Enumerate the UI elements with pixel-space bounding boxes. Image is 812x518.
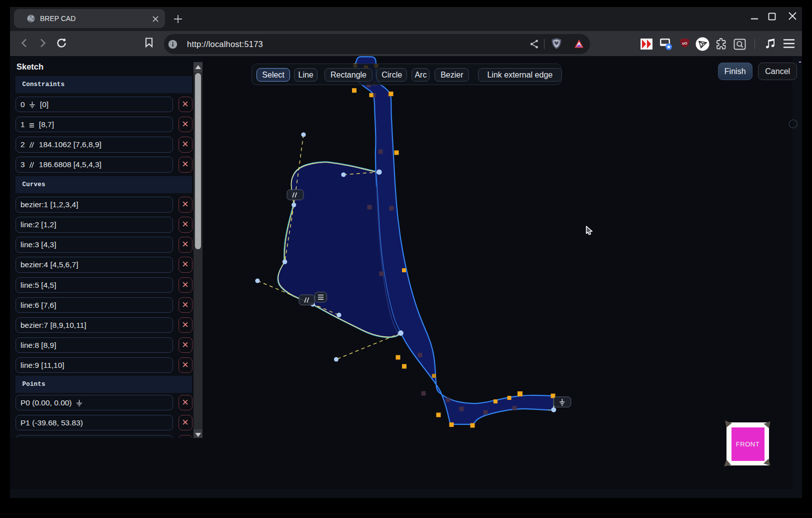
svg-text:uO: uO <box>682 41 688 46</box>
